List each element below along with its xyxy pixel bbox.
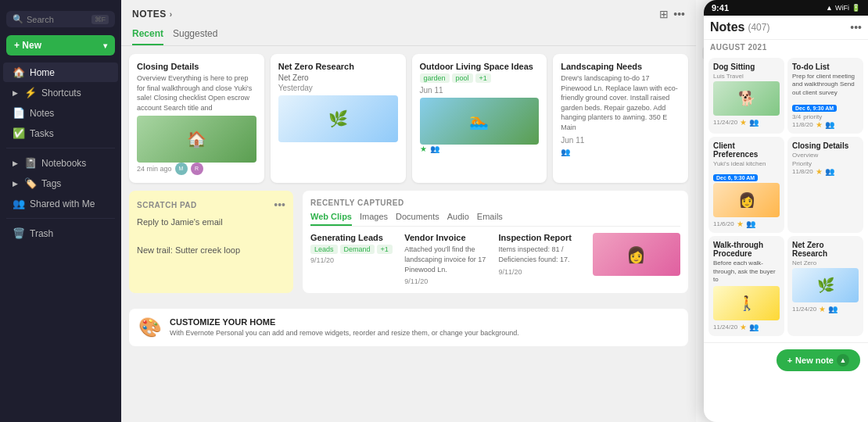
note-card-date: Jun 11: [420, 86, 540, 95]
sidebar-item-label: Trash: [30, 228, 53, 239]
search-icon: 🔍: [13, 14, 23, 24]
scratch-pad-title: SCRATCH PAD: [137, 201, 197, 209]
sidebar-item-label: Notebooks: [41, 158, 86, 169]
phone-card-body: Prep for client meeting and walkthrough …: [792, 73, 859, 97]
note-card-body: Overview Everything is here to prep for …: [137, 73, 256, 113]
sidebar-item-notes[interactable]: 📄 Notes: [3, 103, 118, 123]
star-icon: ★: [740, 118, 747, 127]
phone-priority-label: priority: [803, 113, 822, 120]
sidebar-item-shortcuts[interactable]: ▶ ⚡ Shortcuts: [3, 83, 118, 102]
note-card-title: Net Zero Research: [278, 62, 398, 71]
tags-icon: 🏷️: [24, 177, 37, 189]
note-card-title: Landscaping Needs: [561, 62, 680, 71]
phone-notes-count: (407): [748, 22, 769, 33]
phone-status-bar: 9:41 ▲ WiFi 🔋: [704, 0, 868, 16]
scratch-pad-more-icon[interactable]: •••: [274, 198, 285, 211]
phone-scroll[interactable]: Dog Sitting Luis Travel 🐕 11/24/20 ★ 👥 T…: [704, 55, 868, 342]
rc-tab-emails[interactable]: Emails: [477, 212, 503, 226]
rc-tab-documents[interactable]: Documents: [396, 212, 439, 226]
phone-card-row-2: Client Preferences Yuki's ideal kitchen …: [708, 137, 863, 233]
phone-badge: Dec 6, 9:30 AM: [792, 105, 837, 112]
notes-cards-row: Closing Details Overview Everything is h…: [129, 54, 688, 183]
note-card-outdoor[interactable]: Outdoor Living Space Ideas garden pool +…: [412, 54, 547, 183]
grid-view-icon[interactable]: ⊞: [659, 8, 669, 20]
sidebar-item-trash[interactable]: 🗑️ Trash: [3, 224, 118, 243]
notes-panel: NOTES › ⊞ ••• Recent Suggested Closing D…: [121, 0, 696, 422]
note-card-netzero[interactable]: Net Zero Research Net Zero Yesterday 🌿: [271, 54, 406, 183]
new-label: + New: [14, 40, 41, 51]
sidebar-item-shared[interactable]: 👥 Shared with Me: [3, 194, 118, 213]
scratch-pad-line1: Reply to Jamie's email: [137, 216, 285, 230]
more-options-icon[interactable]: •••: [673, 8, 685, 20]
new-note-button[interactable]: + New note ▲: [777, 349, 860, 371]
new-button[interactable]: + New ▾: [6, 35, 115, 55]
sidebar-item-label: Tasks: [30, 128, 54, 139]
notes-title: NOTES ›: [132, 9, 173, 20]
note-card-closing[interactable]: Closing Details Overview Everything is h…: [129, 54, 264, 183]
rc-tab-images[interactable]: Images: [360, 212, 388, 226]
phone-more-icon[interactable]: •••: [850, 21, 862, 34]
phone-card-sub: Overview: [792, 152, 859, 159]
phone-card-todo[interactable]: To-do List Prep for client meeting and w…: [787, 58, 863, 134]
sidebar-item-label: Notes: [30, 108, 54, 119]
tab-suggested[interactable]: Suggested: [173, 25, 217, 45]
sidebar-item-home[interactable]: 🏠 Home: [3, 63, 118, 82]
phone-priority: 3/4: [792, 113, 801, 120]
phone-date: 11/24/20: [713, 119, 737, 126]
rc-item-inspection[interactable]: Inspection Report Items inspected: 81 / …: [499, 233, 586, 285]
phone-card-image: 🚶: [713, 286, 780, 320]
tag-leads: Leads: [310, 245, 338, 254]
phone-card-image: 👩: [713, 183, 780, 217]
scratch-pad-line2: New trail: Sutter creek loop: [137, 244, 285, 258]
rc-tab-audio[interactable]: Audio: [447, 212, 469, 226]
notes-tabs: Recent Suggested: [121, 25, 696, 46]
rc-item-invoice[interactable]: Vendor Invoice Attached you'll find the …: [404, 233, 492, 285]
phone-card-walkthrough[interactable]: Walk-through Procedure Before each walk-…: [708, 236, 784, 336]
phone-bottom-bar: + New note ▲: [704, 342, 868, 377]
notes-scroll[interactable]: Closing Details Overview Everything is h…: [121, 46, 696, 422]
sidebar-search[interactable]: 🔍 Search ⌘F: [6, 11, 115, 27]
expand-icon: ▶: [13, 180, 18, 188]
phone-card-title: To-do List: [792, 63, 859, 71]
sidebar-item-tags[interactable]: ▶ 🏷️ Tags: [3, 173, 118, 193]
home-icon: 🏠: [13, 66, 25, 78]
expand-icon: ▶: [13, 89, 18, 97]
phone-card-dogsitting[interactable]: Dog Sitting Luis Travel 🐕 11/24/20 ★ 👥: [708, 58, 784, 134]
note-card-image: 🌿: [278, 95, 398, 142]
notebooks-icon: 📓: [24, 157, 37, 169]
phone-card-footer: 3/4 priority: [792, 113, 859, 120]
phone-badge: Dec 6, 9:30 AM: [713, 174, 758, 181]
phone-card-footer: 11/6/20 ★ 👥: [713, 220, 780, 228]
phone-card-netzero[interactable]: Net Zero Research Net Zero 🌿 11/24/20 ★ …: [787, 236, 863, 336]
shortcuts-icon: ⚡: [24, 87, 37, 98]
note-card-footer: ★ 👥: [420, 145, 540, 153]
phone-card-footer2: 11/8/20 ★ 👥: [792, 120, 859, 129]
sidebar-item-tasks[interactable]: ✅ Tasks: [3, 123, 118, 143]
avatar-min: M: [175, 163, 188, 175]
phone-card-clientpref[interactable]: Client Preferences Yuki's ideal kitchen …: [708, 137, 784, 233]
rc-tab-webclips[interactable]: Web Clips: [310, 212, 352, 226]
tab-recent[interactable]: Recent: [132, 25, 163, 45]
star-icon: ★: [740, 323, 747, 331]
share-icon: 👥: [825, 167, 834, 176]
phone-date: 11/6/20: [713, 220, 734, 227]
phone-overlay: 9:41 ▲ WiFi 🔋 Notes (407) ••• AUGUST 202…: [704, 0, 868, 422]
note-card-title: Closing Details: [137, 62, 256, 71]
note-card-landscaping[interactable]: Landscaping Needs Drew's landscaping to-…: [553, 54, 688, 183]
rc-item-leads[interactable]: Generating Leads Leads Demand +1 9/11/20: [310, 233, 398, 285]
phone-card-title: Net Zero Research: [792, 241, 859, 258]
rc-header: RECENTLY CAPTURED: [310, 198, 680, 207]
plus-icon: +: [787, 356, 792, 365]
sidebar: 🔍 Search ⌘F + New ▾ 🏠 Home ▶ ⚡ Shortcuts…: [0, 0, 121, 422]
sidebar-item-notebooks[interactable]: ▶ 📓 Notebooks: [3, 153, 118, 173]
customize-icon: 🎨: [138, 316, 162, 338]
phone-month: AUGUST 2021: [704, 40, 868, 55]
customize-body: With Evernote Personal you can add and r…: [170, 328, 519, 338]
chevron-down-icon: ▾: [103, 41, 107, 50]
rc-item-image[interactable]: 👩: [593, 233, 680, 285]
phone-card-closing[interactable]: Closing Details Overview Priority 11/8/2…: [787, 137, 863, 233]
note-card-body: Drew's landscaping to-do 17 Pinewood Ln.…: [561, 73, 680, 133]
scratch-pad[interactable]: SCRATCH PAD ••• Reply to Jamie's email N…: [129, 191, 293, 293]
note-card-tags: garden pool +1: [420, 73, 540, 83]
trash-icon: 🗑️: [13, 227, 25, 239]
